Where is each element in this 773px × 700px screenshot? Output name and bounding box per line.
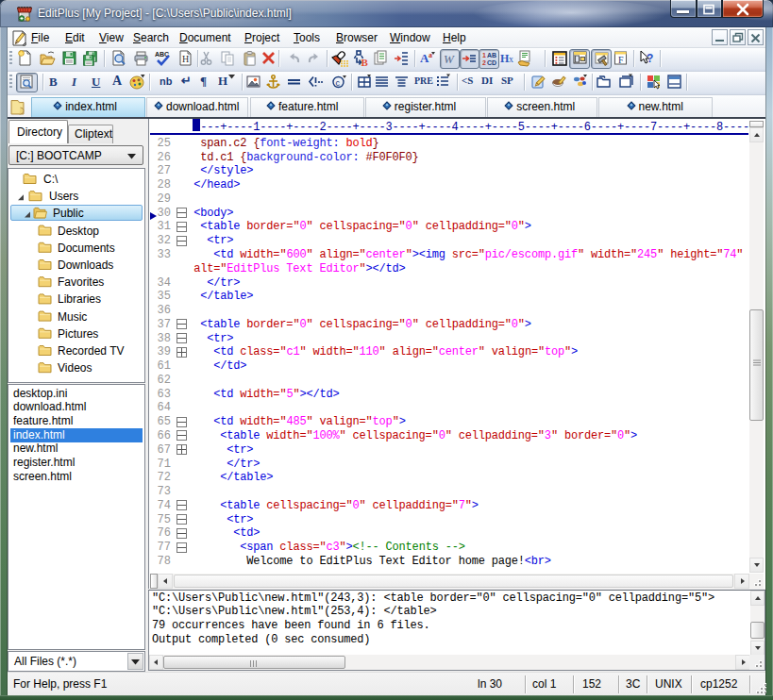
svg-text:x: x [509, 54, 513, 64]
svg-text:B: B [361, 57, 369, 67]
svg-text:c: c [336, 78, 341, 88]
svg-text:?: ? [647, 52, 653, 65]
svg-text:H: H [182, 54, 189, 64]
svg-text:W: W [444, 52, 455, 66]
svg-text:F: F [618, 55, 624, 65]
svg-text:1: 1 [482, 52, 486, 58]
svg-text:AB: AB [487, 52, 496, 58]
svg-text:CD: CD [487, 59, 496, 66]
svg-text:2: 2 [482, 59, 486, 66]
